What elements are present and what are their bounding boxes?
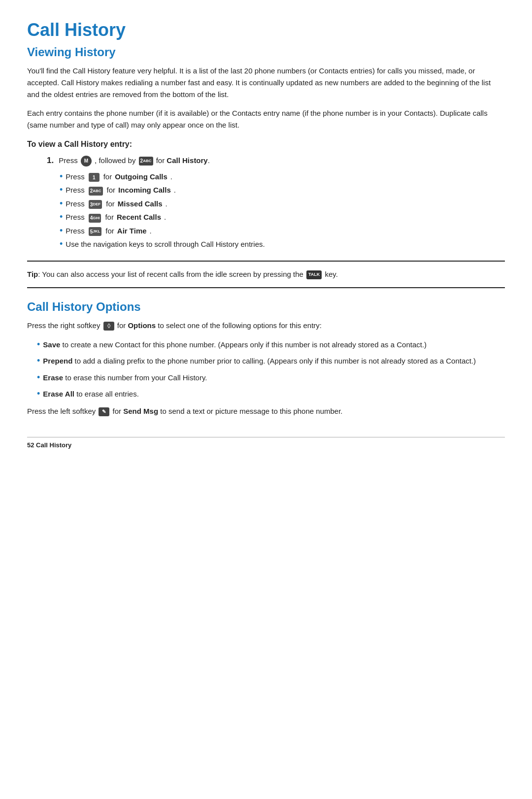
step-1-line: 1. Press M , followed by 2ABC for Call H…	[42, 156, 505, 166]
navigation-text: Use the navigation keys to scroll throug…	[66, 238, 265, 251]
for-label-2: for	[107, 184, 116, 197]
option-erase-all-text: Erase All to erase all entries.	[43, 388, 139, 400]
for-label-5: for	[105, 225, 114, 237]
viewing-history-para-1: You'll find the Call History feature ver…	[27, 65, 505, 100]
options-section-title: Call History Options	[27, 300, 505, 314]
option-save-dot: •	[37, 340, 40, 349]
talk-key-icon: TALK	[306, 270, 322, 279]
press-label-1: Press	[66, 170, 84, 183]
step-number: 1.	[47, 156, 54, 165]
press-label-2: Press	[66, 184, 84, 197]
send-msg-para: Press the left softkey ✎ for Send Msg to…	[27, 405, 505, 417]
recent-calls-bold: Recent Calls	[117, 211, 161, 224]
bullet-dot-5: •	[60, 226, 63, 235]
bullet-dot-6: •	[60, 239, 63, 248]
outgoing-calls-bold: Outgoing Calls	[115, 170, 167, 183]
option-erase: • Erase to erase this number from your C…	[37, 371, 505, 384]
missed-calls-bold: Missed Calls	[118, 198, 163, 210]
bullet-dot-3: •	[60, 199, 63, 208]
option-save-text: Save to create a new Contact for this ph…	[43, 338, 427, 351]
for-label-1: for	[103, 170, 112, 183]
send-msg-bold: Send Msg	[123, 407, 158, 415]
bullet-outgoing: • Press 1 for Outgoing Calls.	[60, 170, 505, 183]
option-erase-all: • Erase All to erase all entries.	[37, 388, 505, 400]
incoming-calls-bold: Incoming Calls	[118, 184, 171, 197]
section-viewing-history-title: Viewing History	[27, 45, 505, 59]
footer-label: 52 Call History	[27, 441, 505, 449]
menu-key-icon: M	[81, 156, 92, 166]
for-label-4: for	[105, 211, 114, 224]
option-prepend-text: Prepend to add a dialing prefix to the p…	[43, 355, 476, 367]
options-intro-text: Press the right softkey	[27, 321, 102, 330]
footer-rule	[27, 437, 505, 437]
option-prepend-dot: •	[37, 356, 40, 365]
footer-section-label: Call History	[36, 441, 71, 449]
subsection-label: To view a Call History entry:	[27, 138, 505, 151]
option-erase-dot: •	[37, 373, 40, 382]
options-list: • Save to create a new Contact for this …	[37, 338, 505, 400]
options-for-text: for	[117, 321, 128, 330]
step-press-text: Press	[59, 156, 80, 165]
key-5-icon: 5JKL	[89, 227, 102, 236]
bullet-dot-4: •	[60, 212, 63, 221]
page-title: Call History	[27, 20, 505, 40]
key-2b-icon: 2ABC	[89, 187, 103, 196]
key-2-icon: 2ABC	[139, 157, 153, 166]
airtime-bold: Air Time	[117, 225, 147, 237]
bullet-navigation: • Use the navigation keys to scroll thro…	[60, 238, 505, 251]
for-label-3: for	[106, 198, 115, 210]
options-key-icon: 〈〉	[103, 322, 114, 331]
bullet-incoming: • Press 2ABC for Incoming Calls.	[60, 184, 505, 197]
tip-label: Tip: You can also access your list of re…	[27, 270, 305, 278]
key-1-icon: 1	[89, 173, 100, 182]
press-label-3: Press	[66, 198, 84, 210]
bullet-recent: • Press 4GHI for Recent Calls.	[60, 211, 505, 224]
tip-key-text: key.	[325, 270, 338, 278]
step-for-text: for	[156, 156, 167, 165]
key-4-icon: 4GHI	[89, 214, 101, 223]
options-bold: Options	[128, 321, 156, 330]
msg-key-icon: ✎	[99, 407, 109, 416]
send-msg-after-text: to send a text or picture message to thi…	[160, 407, 342, 415]
bullet-dot-2: •	[60, 185, 63, 194]
subsection-view-entry: To view a Call History entry: 1. Press M…	[27, 138, 505, 251]
options-intro-para: Press the right softkey 〈〉 for Options t…	[27, 320, 505, 332]
bullet-missed: • Press 3DEF for Missed Calls.	[60, 198, 505, 210]
bullet-airtime: • Press 5JKL for Air Time.	[60, 225, 505, 237]
bullet-dot-1: •	[60, 172, 63, 181]
option-erase-all-dot: •	[37, 389, 40, 398]
call-history-bold: Call History	[166, 156, 207, 165]
press-label-4: Press	[66, 211, 84, 224]
option-erase-text: Erase to erase this number from your Cal…	[43, 371, 207, 384]
step-1: 1. Press M , followed by 2ABC for Call H…	[42, 156, 505, 251]
options-rest-text: to select one of the following options f…	[158, 321, 322, 330]
footer-page-number: 52	[27, 441, 34, 449]
option-save: • Save to create a new Contact for this …	[37, 338, 505, 351]
sub-bullet-list: • Press 1 for Outgoing Calls. • Press 2A…	[60, 170, 505, 251]
tip-box: Tip: You can also access your list of re…	[27, 261, 505, 288]
send-msg-for-text: for	[113, 407, 124, 415]
call-history-options-section: Call History Options Press the right sof…	[27, 300, 505, 417]
viewing-history-para-2: Each entry contains the phone number (if…	[27, 107, 505, 131]
send-msg-intro: Press the left softkey	[27, 407, 98, 415]
key-3-icon: 3DEF	[89, 200, 102, 209]
step-followed-text: , followed by	[95, 156, 138, 165]
option-prepend: • Prepend to add a dialing prefix to the…	[37, 355, 505, 367]
press-label-5: Press	[66, 225, 84, 237]
